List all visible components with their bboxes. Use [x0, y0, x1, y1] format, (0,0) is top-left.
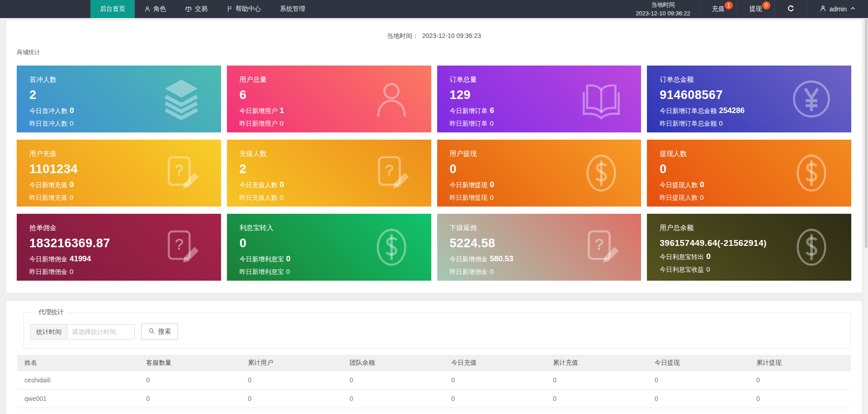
card-today-value: 0: [286, 254, 290, 263]
card-yesterday-line: 昨日新增充值0: [29, 193, 208, 202]
card-yesterday-value: 0: [70, 193, 73, 201]
doc-edit-icon: ?: [371, 152, 412, 194]
svg-text:?: ?: [175, 162, 183, 179]
refresh-button[interactable]: [774, 0, 807, 18]
dollar-coin-icon: [580, 152, 622, 194]
page-scrollbar[interactable]: [864, 18, 868, 414]
table-cell: 0: [444, 390, 546, 408]
table-header-cell: 累计充值: [546, 355, 647, 371]
agent-table-head: 姓名客服数量累计用户团队余额今日充值累计充值今日提现累计提现: [17, 355, 851, 371]
card-yesterday-value: 0: [70, 119, 73, 127]
table-cell: 0: [444, 371, 546, 390]
agent-stats-fieldset: 代理统计 统计时间 搜索: [24, 308, 851, 348]
scrollbar-thumb[interactable]: [865, 19, 868, 248]
table-header-cell: 客服数量: [139, 355, 241, 371]
dollar-coin-icon: [791, 226, 832, 268]
nav-item-label: 角色: [153, 5, 166, 13]
main-content: 当地时间：2023-12-10 09:36:23 商城统计 首冲人数2今日首冲人…: [0, 18, 868, 414]
stat-card: 提现人数0今日提现人数0昨日提现人数0: [647, 140, 851, 207]
card-today-value: 0: [70, 106, 74, 115]
dollar-coin-icon: [371, 226, 412, 268]
card-today-value: 1: [280, 106, 284, 115]
stat-card: 抢单佣金183216369.87今日新增佣金41994昨日新增佣金0?: [17, 214, 221, 281]
nav-item-label: 交易: [195, 5, 208, 13]
card-yesterday-value: 0: [700, 193, 703, 201]
card-yesterday-line: 昨日新增佣金0: [450, 268, 629, 276]
card-today-label: 今日新增用户: [240, 107, 278, 114]
table-header-cell: 今日提现: [647, 355, 749, 371]
nav-menu: 后台首页角色交易帮助中心系统管理: [90, 0, 315, 18]
person-icon: [820, 5, 826, 13]
withdraw-label: 提现: [750, 5, 762, 13]
card-today-value: 0: [700, 180, 704, 189]
table-cell: 0: [342, 408, 444, 414]
svg-text:?: ?: [175, 236, 183, 253]
stat-card: 用户提现0今日新增提现0昨日新增提现0: [437, 140, 642, 207]
card-yesterday-line: 昨日新增利息宝0: [240, 268, 419, 276]
search-button[interactable]: 搜索: [141, 324, 178, 340]
table-cell: 0: [444, 408, 546, 414]
card-yesterday-value: 0: [490, 193, 494, 201]
card-today-label: 今日首冲人数: [29, 107, 67, 114]
table-cell: 0: [749, 408, 851, 414]
table-cell: 0: [749, 390, 851, 408]
table-cell: ceshidaili: [17, 371, 139, 390]
table-row: 1237770000000: [17, 408, 851, 414]
card-yesterday-label: 昨日首冲人数: [29, 120, 67, 127]
withdraw-badge: 0: [762, 1, 770, 9]
card-yesterday-value: 0: [706, 265, 710, 273]
table-cell: qwe001: [17, 390, 139, 408]
card-yesterday-value: 0: [70, 268, 73, 275]
card-yesterday-label: 昨日新增订单总金额: [660, 120, 717, 127]
card-yesterday-label: 昨日充值人数: [240, 194, 278, 201]
card-today-value: 41994: [70, 254, 91, 263]
card-yesterday-label: 昨日新增利息宝: [240, 268, 284, 275]
card-yesterday-line: 昨日提现人数0: [660, 193, 839, 202]
recharge-button[interactable]: 充值 1: [699, 0, 737, 18]
nav-item-4[interactable]: 系统管理: [270, 0, 315, 18]
card-today-value: 0: [70, 180, 74, 189]
local-time-value: 2023-12-10 09:36:22: [636, 9, 690, 18]
stat-time-input[interactable]: [67, 324, 135, 339]
nav-item-0[interactable]: 后台首页: [90, 0, 135, 18]
nav-item-1[interactable]: 角色: [135, 0, 175, 18]
table-cell: 0: [546, 408, 647, 414]
nav-item-2[interactable]: 交易: [175, 0, 217, 18]
card-yesterday-label: 昨日提现人数: [660, 194, 698, 201]
person-icon: [144, 6, 151, 12]
table-header-cell: 团队余额: [342, 355, 444, 371]
card-yesterday-label: 昨日新增充值: [29, 194, 67, 201]
local-time-block: 当地时间 2023-12-10 09:36:22: [627, 0, 699, 18]
card-today-label: 今日新增提现: [450, 181, 488, 188]
card-yesterday-label: 昨日新增佣金: [29, 268, 67, 275]
card-today-label: 今日提现人数: [660, 181, 698, 188]
table-cell: 0: [342, 390, 444, 408]
card-yesterday-label: 昨日新增提现: [450, 194, 488, 201]
table-cell: 0: [546, 390, 647, 408]
admin-menu[interactable]: admin: [807, 0, 868, 18]
table-cell: 0: [241, 390, 342, 408]
card-today-label: 今日利息宝转出: [660, 253, 704, 260]
refresh-icon: [787, 5, 795, 14]
table-cell: 0: [241, 371, 342, 390]
book-icon: [580, 78, 622, 120]
user-icon: [371, 78, 412, 120]
card-today-value: 6: [490, 106, 494, 115]
page-time-label: 当地时间：: [387, 32, 419, 39]
card-today-label: 今日新增佣金: [450, 255, 488, 263]
chevron-up-icon: [850, 5, 856, 13]
navbar-logo-area: [0, 0, 90, 18]
card-yesterday-line: 昨日新增订单总金额0: [660, 119, 839, 128]
table-cell: 0: [139, 390, 241, 408]
card-yesterday-value: 0: [490, 268, 494, 275]
nav-item-3[interactable]: 帮助中心: [217, 0, 270, 18]
stat-card: 用户总余额396157449.64(-21562914)今日利息宝转出0今日利息…: [647, 214, 851, 281]
flag-icon: [226, 6, 233, 12]
scales-icon: [185, 5, 192, 13]
card-today-value: 254286: [719, 106, 745, 115]
svg-text:?: ?: [385, 162, 393, 179]
yen-coin-icon: [791, 78, 832, 120]
card-yesterday-label: 今日利息宝收益: [660, 266, 704, 273]
stat-time-label: 统计时间: [30, 324, 67, 339]
withdraw-button[interactable]: 提现 0: [737, 0, 774, 18]
